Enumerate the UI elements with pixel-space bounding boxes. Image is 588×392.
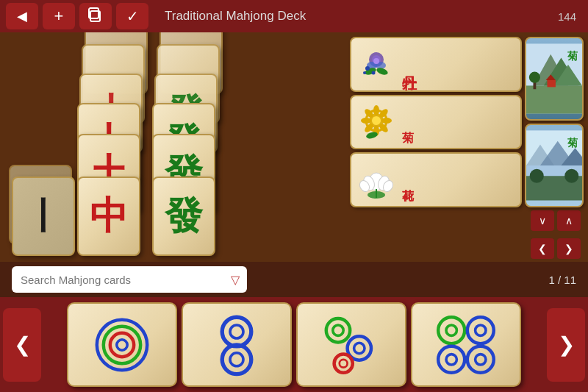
card-count: 144	[558, 10, 582, 23]
svg-point-65	[446, 325, 456, 335]
svg-point-16	[361, 118, 371, 124]
main-area: 丨 土 土 土 中 發	[0, 32, 588, 262]
prev-icon: ❮	[14, 332, 31, 357]
bottom-card-area: ❮	[0, 297, 588, 392]
search-wrapper: ▽	[12, 266, 247, 293]
tile-stack-col-1: 土 土 土 中	[77, 43, 151, 256]
scroll-left-button[interactable]: ❮	[531, 238, 554, 259]
confirm-button[interactable]: ✓	[116, 3, 148, 29]
chrysanthemum-image	[357, 103, 395, 141]
scene-tile-1: 菊	[525, 37, 584, 121]
svg-point-53	[117, 339, 127, 349]
peony-image	[357, 45, 395, 83]
tile-char-black: 丨	[26, 193, 61, 240]
filter-icon[interactable]: ▽	[231, 273, 240, 287]
svg-point-57	[230, 352, 243, 366]
bottom-card-1[interactable]	[67, 302, 177, 387]
svg-point-22	[372, 116, 381, 125]
svg-rect-36	[526, 86, 582, 114]
svg-point-38	[529, 72, 540, 83]
svg-point-58	[326, 318, 350, 342]
nav-arrows-area: ∨ ∧	[350, 210, 584, 235]
page-indicator: 1 / 11	[548, 274, 576, 286]
svg-point-14	[373, 105, 379, 115]
svg-point-17	[381, 118, 392, 124]
flower-column: 牡丹	[350, 37, 522, 207]
plus-icon: +	[54, 7, 64, 26]
flower-tiles-area: 牡丹	[350, 37, 584, 207]
svg-point-59	[333, 325, 343, 335]
svg-point-48	[530, 169, 544, 183]
search-input[interactable]	[12, 266, 247, 293]
svg-point-70	[467, 346, 494, 372]
svg-point-71	[476, 354, 486, 364]
svg-point-52	[110, 332, 134, 356]
svg-point-56	[222, 345, 251, 374]
scene-tile-2: 菊	[525, 124, 584, 207]
tile-stacks-area: 丨 土 土 土 中 發	[0, 32, 345, 262]
svg-point-55	[230, 325, 243, 338]
check-icon: ✓	[126, 7, 139, 25]
right-panel: 牡丹	[345, 32, 588, 262]
svg-point-62	[334, 354, 353, 372]
scroll-down-button[interactable]: ∨	[531, 210, 554, 231]
svg-point-54	[222, 317, 251, 346]
svg-point-9	[365, 66, 370, 71]
back-button[interactable]: ◀	[6, 3, 38, 29]
current-page: 1	[548, 274, 554, 286]
chrysanthemum-tile: 菊	[350, 95, 522, 150]
lotus-image	[357, 161, 395, 199]
copy-button[interactable]	[79, 3, 112, 29]
tile-stack-col-0: 丨	[6, 50, 76, 256]
svg-point-63	[340, 359, 348, 367]
chevron-left-icon: ❮	[538, 243, 547, 254]
prev-page-button[interactable]: ❮	[3, 308, 41, 382]
svg-point-10	[372, 71, 376, 75]
bottom-card-4[interactable]	[411, 302, 521, 387]
scene-column: 菊	[525, 37, 584, 207]
toolbar: ◀ + ✓ Traditional Mahjong Deck 144	[0, 0, 588, 32]
svg-point-69	[446, 354, 456, 364]
add-button[interactable]: +	[43, 3, 75, 29]
next-icon: ❯	[558, 332, 575, 357]
tile-stack-col-2: 發 發 發 發	[152, 43, 226, 256]
bottom-cards	[44, 303, 544, 386]
scroll-up-button[interactable]: ∧	[557, 210, 581, 231]
horizontal-nav-arrows: ❮ ❯	[350, 238, 584, 262]
svg-point-66	[467, 317, 494, 343]
lotus-tile: 荷花	[350, 152, 522, 207]
scroll-right-button[interactable]: ❯	[557, 238, 581, 259]
total-pages: 11	[564, 274, 576, 286]
svg-point-49	[564, 169, 578, 183]
svg-point-64	[438, 317, 465, 343]
search-bar: ▽ 1 / 11	[0, 262, 588, 297]
chevron-up-icon: ∧	[565, 215, 573, 227]
next-page-button[interactable]: ❯	[547, 308, 585, 382]
chevron-right-icon: ❯	[564, 243, 573, 254]
peony-tile: 牡丹	[350, 37, 522, 92]
svg-point-61	[354, 343, 365, 353]
back-icon: ◀	[17, 8, 27, 24]
deck-title: Traditional Mahjong Deck	[153, 9, 553, 24]
chevron-down-icon: ∨	[539, 215, 546, 227]
copy-icon	[87, 7, 104, 26]
bottom-card-2[interactable]	[182, 302, 292, 387]
svg-point-11	[363, 71, 366, 74]
bottom-card-3[interactable]	[296, 302, 406, 387]
svg-point-67	[476, 325, 486, 335]
svg-point-68	[438, 346, 465, 372]
svg-point-6	[373, 58, 379, 64]
svg-rect-39	[548, 80, 556, 88]
